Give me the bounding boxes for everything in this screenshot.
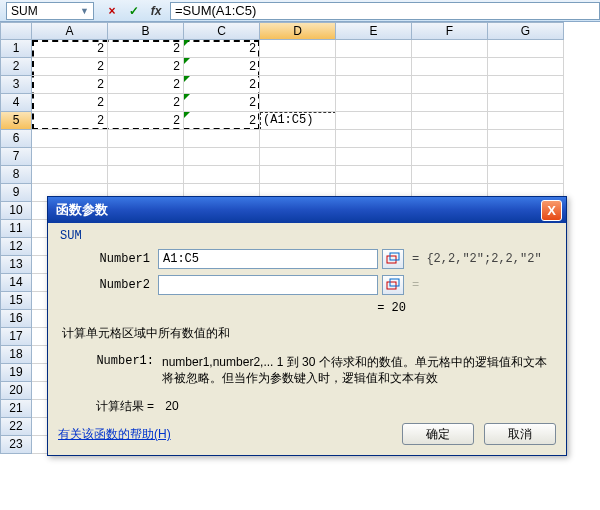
- range-select-button[interactable]: [382, 275, 404, 295]
- cell-E1[interactable]: [336, 40, 412, 58]
- formula-input[interactable]: =SUM(A1:C5): [170, 2, 600, 20]
- cell-A2[interactable]: 2: [32, 58, 108, 76]
- select-all-corner[interactable]: [0, 22, 32, 40]
- cancel-button[interactable]: 取消: [484, 423, 556, 445]
- row-header-2[interactable]: 2: [0, 58, 32, 76]
- row-header-20[interactable]: 20: [0, 382, 32, 400]
- cell-D1[interactable]: [260, 40, 336, 58]
- cell-B5[interactable]: 2: [108, 112, 184, 130]
- ok-button[interactable]: 确定: [402, 423, 474, 445]
- range-select-button[interactable]: [382, 249, 404, 269]
- row-header-23[interactable]: 23: [0, 436, 32, 454]
- chevron-down-icon[interactable]: ▼: [80, 6, 89, 16]
- cell-C2[interactable]: 2: [184, 58, 260, 76]
- cell-D6[interactable]: [260, 130, 336, 148]
- cell-E6[interactable]: [336, 130, 412, 148]
- row-header-12[interactable]: 12: [0, 238, 32, 256]
- cell-G7[interactable]: [488, 148, 564, 166]
- column-header-B[interactable]: B: [108, 22, 184, 40]
- cell-E7[interactable]: [336, 148, 412, 166]
- row-header-8[interactable]: 8: [0, 166, 32, 184]
- row-header-17[interactable]: 17: [0, 328, 32, 346]
- cell-B6[interactable]: [108, 130, 184, 148]
- cell-F6[interactable]: [412, 130, 488, 148]
- cancel-icon[interactable]: ×: [104, 3, 120, 19]
- close-button[interactable]: X: [541, 200, 562, 221]
- row-header-1[interactable]: 1: [0, 40, 32, 58]
- cell-A1[interactable]: 2: [32, 40, 108, 58]
- cell-B2[interactable]: 2: [108, 58, 184, 76]
- cell-A7[interactable]: [32, 148, 108, 166]
- row-header-5[interactable]: 5: [0, 112, 32, 130]
- cell-G8[interactable]: [488, 166, 564, 184]
- cell-F1[interactable]: [412, 40, 488, 58]
- cell-C8[interactable]: [184, 166, 260, 184]
- cell-F5[interactable]: [412, 112, 488, 130]
- cell-G2[interactable]: [488, 58, 564, 76]
- column-header-E[interactable]: E: [336, 22, 412, 40]
- number1-input[interactable]: [158, 249, 378, 269]
- row-header-11[interactable]: 11: [0, 220, 32, 238]
- cell-A8[interactable]: [32, 166, 108, 184]
- cell-A6[interactable]: [32, 130, 108, 148]
- name-box[interactable]: SUM ▼: [6, 2, 94, 20]
- help-link[interactable]: 有关该函数的帮助(H): [58, 426, 171, 443]
- row-header-15[interactable]: 15: [0, 292, 32, 310]
- row-header-21[interactable]: 21: [0, 400, 32, 418]
- row-header-18[interactable]: 18: [0, 346, 32, 364]
- cell-F2[interactable]: [412, 58, 488, 76]
- row-header-16[interactable]: 16: [0, 310, 32, 328]
- row-header-6[interactable]: 6: [0, 130, 32, 148]
- dialog-titlebar[interactable]: 函数参数 X: [48, 197, 566, 223]
- cell-B8[interactable]: [108, 166, 184, 184]
- cell-C1[interactable]: 2: [184, 40, 260, 58]
- column-header-C[interactable]: C: [184, 22, 260, 40]
- cell-C3[interactable]: 2: [184, 76, 260, 94]
- cell-B4[interactable]: 2: [108, 94, 184, 112]
- cell-E8[interactable]: [336, 166, 412, 184]
- cell-D5[interactable]: (A1:C5): [260, 112, 336, 130]
- row-header-22[interactable]: 22: [0, 418, 32, 436]
- column-header-D[interactable]: D: [260, 22, 336, 40]
- cell-D4[interactable]: [260, 94, 336, 112]
- cell-B3[interactable]: 2: [108, 76, 184, 94]
- cell-F7[interactable]: [412, 148, 488, 166]
- row-header-3[interactable]: 3: [0, 76, 32, 94]
- cell-G5[interactable]: [488, 112, 564, 130]
- cell-B1[interactable]: 2: [108, 40, 184, 58]
- row-header-10[interactable]: 10: [0, 202, 32, 220]
- cell-G3[interactable]: [488, 76, 564, 94]
- enter-icon[interactable]: ✓: [126, 3, 142, 19]
- cell-G1[interactable]: [488, 40, 564, 58]
- cell-A5[interactable]: 2: [32, 112, 108, 130]
- row-header-14[interactable]: 14: [0, 274, 32, 292]
- fx-icon[interactable]: fx: [148, 3, 164, 19]
- row-header-9[interactable]: 9: [0, 184, 32, 202]
- row-header-13[interactable]: 13: [0, 256, 32, 274]
- cell-A3[interactable]: 2: [32, 76, 108, 94]
- cell-F3[interactable]: [412, 76, 488, 94]
- cell-E5[interactable]: [336, 112, 412, 130]
- cell-F4[interactable]: [412, 94, 488, 112]
- cell-C7[interactable]: [184, 148, 260, 166]
- cell-E3[interactable]: [336, 76, 412, 94]
- cell-E2[interactable]: [336, 58, 412, 76]
- cell-D8[interactable]: [260, 166, 336, 184]
- column-header-G[interactable]: G: [488, 22, 564, 40]
- number2-input[interactable]: [158, 275, 378, 295]
- row-header-19[interactable]: 19: [0, 364, 32, 382]
- cell-G4[interactable]: [488, 94, 564, 112]
- cell-C6[interactable]: [184, 130, 260, 148]
- cell-D3[interactable]: [260, 76, 336, 94]
- cell-B7[interactable]: [108, 148, 184, 166]
- cell-C5[interactable]: 2: [184, 112, 260, 130]
- column-header-F[interactable]: F: [412, 22, 488, 40]
- cell-G6[interactable]: [488, 130, 564, 148]
- row-header-4[interactable]: 4: [0, 94, 32, 112]
- cell-D2[interactable]: [260, 58, 336, 76]
- cell-A4[interactable]: 2: [32, 94, 108, 112]
- row-header-7[interactable]: 7: [0, 148, 32, 166]
- cell-D7[interactable]: [260, 148, 336, 166]
- cell-C4[interactable]: 2: [184, 94, 260, 112]
- cell-E4[interactable]: [336, 94, 412, 112]
